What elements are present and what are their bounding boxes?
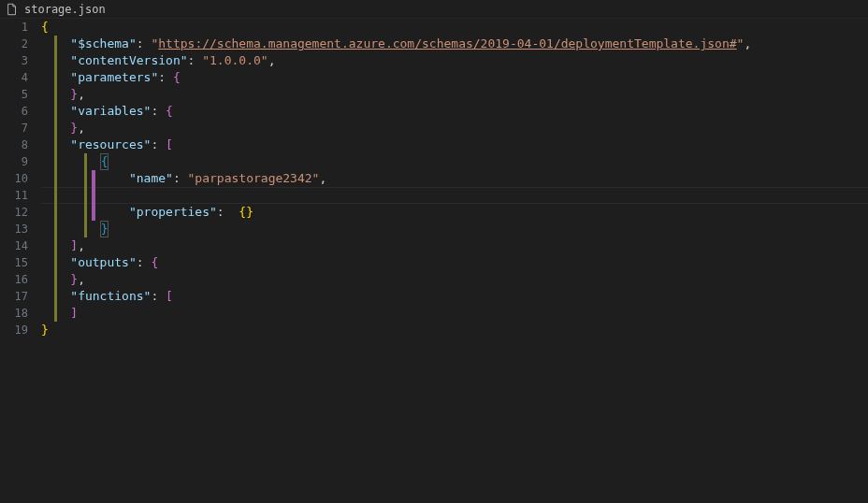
code-line[interactable]: ],: [41, 237, 868, 254]
code-line[interactable]: "variables": {: [41, 103, 868, 120]
code-line[interactable]: [41, 187, 868, 204]
gutter: 1 2 3 4 5 6 7 8 9 10 11 12 13 14 15 16 1…: [0, 19, 41, 503]
code-line[interactable]: {: [41, 153, 868, 170]
code-area[interactable]: { "$schema": "https://schema.management.…: [41, 19, 868, 503]
code-line[interactable]: "contentVersion": "1.0.0.0",: [41, 52, 868, 69]
schema-url[interactable]: https://schema.management.azure.com/sche…: [158, 36, 736, 50]
code-line[interactable]: "$schema": "https://schema.management.az…: [41, 36, 868, 52]
code-line[interactable]: }: [41, 322, 868, 338]
tab-storage-json[interactable]: storage.json: [6, 3, 106, 16]
code-line[interactable]: "resources": [: [41, 137, 868, 153]
code-line[interactable]: ]: [41, 305, 868, 322]
file-icon: [6, 3, 19, 16]
code-line[interactable]: "name": "parpastorage2342",: [41, 170, 868, 187]
code-line[interactable]: },: [41, 120, 868, 137]
code-line[interactable]: },: [41, 271, 868, 288]
tab-bar: storage.json: [0, 0, 868, 19]
code-line[interactable]: "functions": [: [41, 288, 868, 305]
code-line[interactable]: }: [41, 221, 868, 237]
editor[interactable]: 1 2 3 4 5 6 7 8 9 10 11 12 13 14 15 16 1…: [0, 19, 868, 503]
tab-filename: storage.json: [24, 3, 106, 16]
code-line[interactable]: {: [41, 19, 868, 36]
code-line[interactable]: "parameters": {: [41, 69, 868, 86]
code-line[interactable]: },: [41, 86, 868, 103]
code-line[interactable]: "properties": {}: [41, 204, 868, 221]
code-line[interactable]: "outputs": {: [41, 254, 868, 271]
